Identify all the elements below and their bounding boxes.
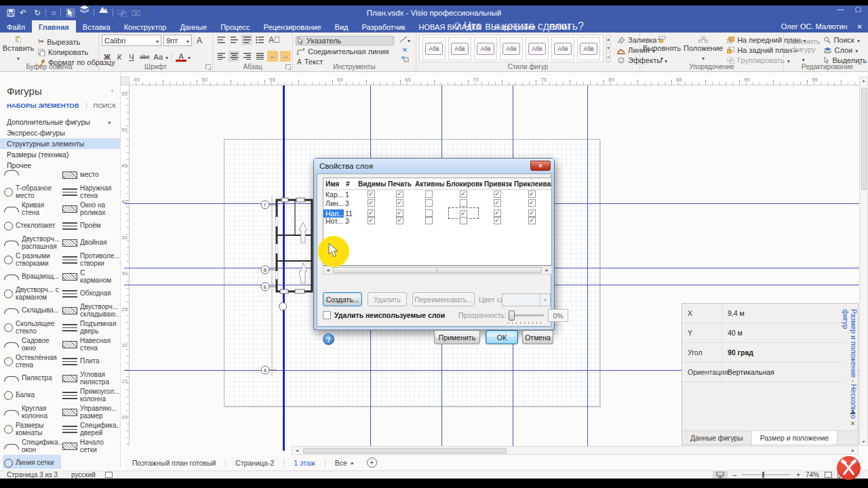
shape-master-item[interactable]: Противоле... створки <box>61 251 119 268</box>
bold-button[interactable]: Ж <box>102 52 113 62</box>
grow-font-button[interactable]: А <box>194 35 205 46</box>
page-tab[interactable]: Страница-2 <box>233 459 277 467</box>
pin-icon[interactable] <box>850 410 856 418</box>
font-color-button[interactable]: А <box>176 52 186 62</box>
dialog-title-bar[interactable]: Свойства слоя <box>314 159 554 174</box>
layer-row-selected[interactable]: Нап...11 <box>323 207 551 216</box>
checkbox[interactable] <box>368 190 375 198</box>
checkbox[interactable] <box>460 217 467 224</box>
checkbox[interactable] <box>368 209 375 217</box>
ribbon-tab[interactable]: Вставка <box>76 20 117 33</box>
ribbon-tab[interactable]: Главная <box>32 20 76 33</box>
shape-master-item[interactable] <box>3 167 61 176</box>
shape-master-item[interactable]: Размеры комнаты <box>3 421 61 438</box>
shape-style-swatch[interactable]: Абв <box>448 37 471 60</box>
redo-button[interactable]: ↻ <box>34 9 41 17</box>
property-value[interactable]: 40 м <box>722 323 844 342</box>
qat-customize-caret[interactable] <box>145 9 148 17</box>
align-left-button[interactable] <box>216 51 226 62</box>
shape-master-item[interactable]: Плита <box>61 353 119 370</box>
property-row[interactable]: X 9,4 м <box>682 304 844 323</box>
shape-master-item[interactable]: Двустворч... распашная <box>3 235 61 251</box>
table-scroll-left[interactable]: ◂ <box>323 267 332 273</box>
find-button[interactable]: Поиск <box>823 36 868 44</box>
underline-button[interactable]: Ч <box>126 52 137 62</box>
styles-gallery-more[interactable]: ≡ <box>607 53 610 62</box>
justify-button[interactable] <box>254 51 265 62</box>
all-pages-button[interactable]: Все▲ <box>332 459 357 467</box>
scroll-right-arrow[interactable]: ▸ <box>848 447 858 453</box>
checkbox[interactable] <box>396 190 403 198</box>
shape-master-item[interactable]: Начало сетки <box>61 438 119 455</box>
font-color-caret[interactable] <box>188 53 191 61</box>
theme-icon[interactable] <box>99 5 108 21</box>
checkbox[interactable] <box>494 217 501 224</box>
checkbox[interactable] <box>425 209 433 217</box>
layers-btn-caret[interactable] <box>855 46 858 54</box>
undo-caret[interactable] <box>26 8 29 18</box>
scroll-up-arrow[interactable]: ▴ <box>860 78 867 83</box>
shape-master-item[interactable]: Обходная <box>61 285 119 302</box>
tab-stencil-sets[interactable]: НАБОРЫ ЭЛЕМЕНТОВ <box>7 102 79 109</box>
stencil-item[interactable]: Дополнительные фигуры ▸ <box>0 117 121 127</box>
shape-master-item[interactable]: Пилястра <box>3 370 61 387</box>
shape-master-item[interactable]: Управляю... размер <box>61 404 119 421</box>
scroll-down-arrow[interactable]: ▾ <box>860 439 867 445</box>
ribbon-tab[interactable]: Процесс <box>214 20 256 33</box>
property-row[interactable]: Y 40 м <box>682 323 844 343</box>
checkbox[interactable] <box>425 217 433 224</box>
shape-master-item[interactable]: Наружная стена <box>61 184 119 201</box>
layer-row[interactable]: Лин...3 <box>323 199 551 207</box>
ribbon-tab[interactable]: Разработчик <box>355 20 412 33</box>
shape-master-item[interactable]: Т-образное место <box>3 184 61 201</box>
checkbox[interactable] <box>396 209 403 217</box>
shape-style-swatch[interactable]: Абв <box>500 37 523 60</box>
checkbox[interactable] <box>396 199 403 207</box>
layer-table[interactable]: Имя#ВидимыйПечатьАктивныйБлокировкаПривя… <box>323 178 552 266</box>
page-tab[interactable]: Поэтажный план готовый <box>130 459 218 467</box>
language-status[interactable]: русский <box>64 471 102 479</box>
add-page-button[interactable]: + <box>367 458 377 468</box>
align-button[interactable]: Выровнять <box>643 35 681 62</box>
undo-button[interactable]: ↶ <box>20 9 29 17</box>
shape-master-item[interactable]: С разными створками <box>3 251 61 268</box>
pointer-tool-button[interactable]: Указатель <box>296 36 394 45</box>
horizontal-scrollbar[interactable]: ◂ ▸ <box>292 446 859 455</box>
checkbox[interactable] <box>528 199 536 207</box>
styles-scroll-down[interactable]: ▾ <box>607 44 610 53</box>
checkbox[interactable] <box>425 199 433 207</box>
tab-size-position[interactable]: Размер и положение <box>752 431 837 445</box>
checkbox[interactable] <box>460 199 467 207</box>
checkbox[interactable] <box>368 199 375 207</box>
align-caret[interactable] <box>660 54 663 62</box>
delete-connector-button[interactable]: ✕ <box>402 46 408 54</box>
increase-indent-button[interactable]: → <box>280 51 291 62</box>
find-caret[interactable] <box>857 36 860 44</box>
shape-master-item[interactable]: Кривая стена <box>3 201 61 218</box>
layer-table-scrollbar[interactable]: ◂ ║ ▸ <box>323 266 552 274</box>
position-caret[interactable] <box>702 54 705 62</box>
tell-me-box[interactable]: Что вы хотите сделать? <box>448 20 591 33</box>
ribbon-tab[interactable]: Вид <box>328 20 355 33</box>
align-right-button[interactable] <box>241 51 252 62</box>
shape-master-item[interactable]: Остеклённая стена <box>3 353 61 370</box>
layers-icon[interactable] <box>80 5 89 21</box>
case-caret[interactable] <box>165 53 168 61</box>
zoom-slider[interactable] <box>742 474 791 475</box>
align-bottom-button[interactable] <box>241 35 252 45</box>
font-family-combo[interactable]: Calibri <box>102 35 161 46</box>
property-row[interactable]: Ориентация Вертикальная <box>682 363 844 382</box>
bullets-button[interactable] <box>254 35 265 45</box>
checkbox[interactable] <box>494 199 501 207</box>
cancel-button[interactable]: Отмена <box>522 330 553 344</box>
checkbox[interactable] <box>460 190 467 198</box>
shape-master-item[interactable]: Двустворч... складываю... <box>61 302 119 319</box>
shape-master-item[interactable]: Специфика... окон <box>3 438 61 455</box>
stencil-item[interactable]: Структурные элементы <box>0 138 121 149</box>
ribbon-tab[interactable]: Конструктор <box>117 20 174 33</box>
zoom-level[interactable]: 74% <box>806 471 819 479</box>
zoom-slider-thumb[interactable] <box>762 472 764 478</box>
font-size-combo[interactable]: 9пт <box>163 35 192 46</box>
connector-tool-button[interactable]: Соединительная линия <box>296 47 394 56</box>
vertical-scrollbar[interactable]: ▴ ▾ <box>859 77 868 446</box>
